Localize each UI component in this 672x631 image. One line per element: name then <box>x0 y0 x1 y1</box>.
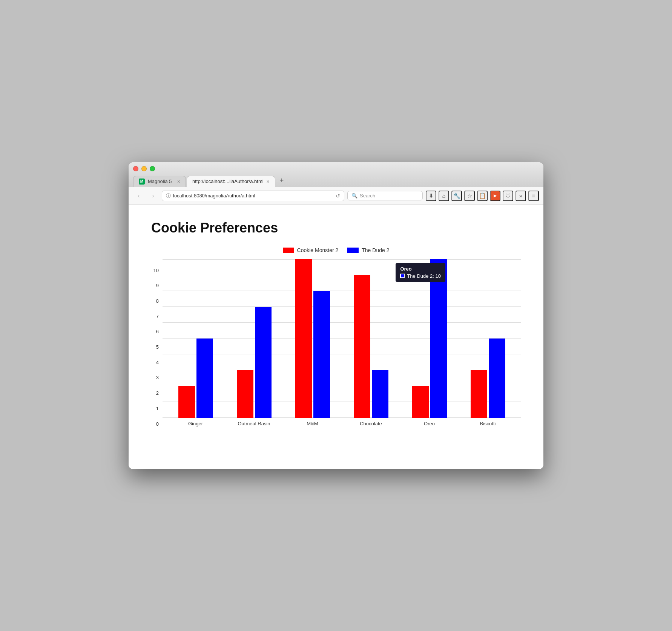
tab-close-button[interactable]: × <box>177 179 180 185</box>
bar-group <box>459 339 517 418</box>
nav-icons: ⬇ ⌂ 🔧 ☆ 📋 ▶ 🛡 » ≡ <box>426 191 539 201</box>
bar-blue[interactable] <box>430 259 447 418</box>
traffic-lights <box>133 166 539 171</box>
search-icon: 🔍 <box>351 193 357 199</box>
y-tick: 7 <box>151 314 159 319</box>
legend-item-blue: The Dude 2 <box>347 247 389 253</box>
search-bar[interactable]: 🔍 Search <box>347 191 423 200</box>
bar-red[interactable] <box>471 370 487 418</box>
y-axis: 012345678910 <box>151 268 163 426</box>
bar-red[interactable] <box>178 386 195 418</box>
back-button[interactable]: ‹ <box>133 190 144 202</box>
close-button[interactable] <box>133 166 138 171</box>
x-label: Ginger <box>166 421 225 426</box>
bar-blue[interactable] <box>196 339 213 418</box>
bar-red[interactable] <box>295 259 312 418</box>
y-tick: 3 <box>151 375 159 380</box>
address-text: localhost:8080/magnoliaAuthor/a.html <box>173 193 333 199</box>
y-tick: 9 <box>151 283 159 288</box>
bar-red[interactable] <box>237 370 253 418</box>
download-icon[interactable]: ⬇ <box>426 191 436 201</box>
tab-label: http://localhost:...liaAuthor/a.html <box>192 179 264 184</box>
search-input[interactable]: Search <box>360 193 375 199</box>
bar-blue[interactable] <box>372 370 388 418</box>
pocket-icon[interactable]: ▶ <box>490 191 500 201</box>
y-tick: 0 <box>151 422 159 426</box>
y-tick: 5 <box>151 345 159 349</box>
chart-container: Cookie Monster 2 The Dude 2 012345678910 <box>151 247 521 436</box>
y-tick: 1 <box>151 406 159 411</box>
bar-group <box>400 259 459 418</box>
bar-group <box>166 339 225 418</box>
tab-label: Magnolia 5 <box>148 179 172 184</box>
address-bar[interactable]: ⓘ localhost:8080/magnoliaAuthor/a.html ↺ <box>162 191 344 201</box>
maximize-button[interactable] <box>150 166 155 171</box>
y-tick: 6 <box>151 329 159 334</box>
y-tick: 10 <box>151 268 159 273</box>
page-content: Cookie Preferences Cookie Monster 2 The … <box>129 205 543 469</box>
chart-legend: Cookie Monster 2 The Dude 2 <box>151 247 521 253</box>
chart-inner-wrapper: Oreo The Dude 2: 10 GingerOatmeal RasinM… <box>163 259 521 426</box>
bars-area <box>163 259 521 418</box>
tab-close-button[interactable]: × <box>267 179 270 185</box>
x-label: Oatmeal Rasin <box>225 421 283 426</box>
shield-icon[interactable]: 🛡 <box>503 191 513 201</box>
tab-author[interactable]: http://localhost:...liaAuthor/a.html × <box>187 176 275 187</box>
more-icon[interactable]: » <box>516 191 526 201</box>
x-labels: GingerOatmeal RasinM&MChocolateOreoBisco… <box>163 418 521 426</box>
x-label: Biscotti <box>459 421 517 426</box>
title-bar: M Magnolia 5 × http://localhost:...liaAu… <box>129 162 543 187</box>
page-title: Cookie Preferences <box>151 220 521 236</box>
home-icon[interactable]: ⌂ <box>439 191 449 201</box>
y-tick: 8 <box>151 299 159 303</box>
wrench-icon[interactable]: 🔧 <box>451 191 462 201</box>
new-tab-button[interactable]: + <box>276 174 288 187</box>
bar-group <box>225 307 283 418</box>
bar-group <box>342 275 400 418</box>
y-tick: 4 <box>151 360 159 365</box>
bar-red[interactable] <box>412 386 429 418</box>
menu-icon[interactable]: ≡ <box>528 191 539 201</box>
x-label: M&M <box>283 421 342 426</box>
tab-magnolia5[interactable]: M Magnolia 5 × <box>133 176 186 187</box>
info-icon: ⓘ <box>166 192 171 199</box>
bar-blue[interactable] <box>489 339 505 418</box>
legend-item-red: Cookie Monster 2 <box>283 247 339 253</box>
minimize-button[interactable] <box>141 166 147 171</box>
nav-bar: ‹ › ⓘ localhost:8080/magnoliaAuthor/a.ht… <box>129 187 543 205</box>
legend-color-red <box>283 248 294 253</box>
chart-inner: Oreo The Dude 2: 10 <box>163 259 521 418</box>
tabs-row: M Magnolia 5 × http://localhost:...liaAu… <box>133 174 539 187</box>
bar-red[interactable] <box>354 275 370 418</box>
star-icon[interactable]: ☆ <box>464 191 475 201</box>
bar-group <box>283 259 342 418</box>
x-label: Oreo <box>400 421 459 426</box>
reader-icon[interactable]: 📋 <box>477 191 488 201</box>
chart-area: 012345678910 Oreo The Dude 2 <box>151 259 521 426</box>
forward-button[interactable]: › <box>147 190 159 202</box>
legend-color-blue <box>347 248 359 253</box>
legend-label-blue: The Dude 2 <box>362 247 389 253</box>
magnolia-icon: M <box>139 179 145 185</box>
y-tick: 2 <box>151 391 159 396</box>
refresh-button[interactable]: ↺ <box>336 193 340 199</box>
legend-label-red: Cookie Monster 2 <box>297 247 339 253</box>
bar-blue[interactable] <box>313 291 330 418</box>
bar-blue[interactable] <box>255 307 272 418</box>
browser-window: M Magnolia 5 × http://localhost:...liaAu… <box>129 162 543 469</box>
x-label: Chocolate <box>342 421 400 426</box>
